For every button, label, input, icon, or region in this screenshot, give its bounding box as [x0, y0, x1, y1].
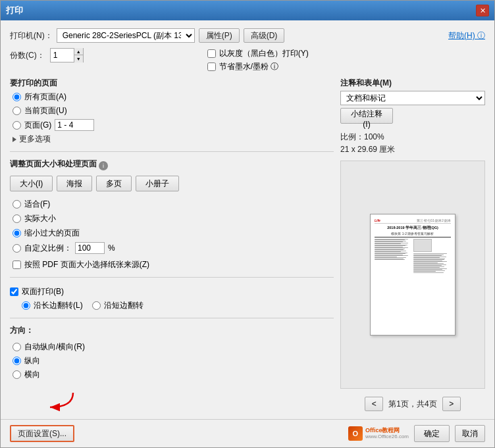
- cancel-button[interactable]: 取消: [455, 425, 485, 442]
- printer-select[interactable]: Generic 28C-2SeriesPCL (副本 13): [57, 28, 195, 43]
- all-pages-radio[interactable]: [13, 93, 21, 101]
- scale-info-icon[interactable]: i: [99, 161, 108, 170]
- pages-section-title: 要打印的页面: [10, 78, 334, 89]
- title-controls: ✕: [476, 5, 489, 16]
- page-range-label: 页面(G): [24, 120, 51, 131]
- summary-button[interactable]: 小结注释(I): [340, 108, 393, 124]
- page-info: 第1页，共4页: [388, 399, 436, 410]
- pdf-paper-checkbox[interactable]: [13, 261, 21, 269]
- annotation-select[interactable]: 文档和标记: [340, 91, 485, 105]
- copies-spinner: ▲ ▼: [74, 48, 83, 62]
- preview-header: Life 第三·初七G1·副本2·副本: [375, 218, 451, 224]
- preview-container: Life 第三·初七G1·副本2·副本 2018-2019 学年高三·物理(QG…: [340, 161, 485, 389]
- print-options-checks: 以灰度（黑白色）打印(Y) 节省墨水/墨粉 ⓘ: [207, 48, 309, 72]
- copies-decrement[interactable]: ▼: [74, 55, 83, 62]
- dialog-title: 打印: [6, 5, 23, 16]
- grayscale-row: 以灰度（黑白色）打印(Y): [207, 48, 309, 59]
- close-button[interactable]: ✕: [476, 5, 489, 16]
- office-url: www.Office26.com: [365, 434, 409, 440]
- custom-scale-radio[interactable]: [13, 244, 21, 253]
- grayscale-checkbox[interactable]: [207, 49, 216, 58]
- right-column: 注释和表单(M) 文档和标记 小结注释(I) 比例：100% 21 x 29.6…: [340, 78, 485, 411]
- pages-section: 要打印的页面 所有页面(A) 当前页面(U) 页面(G): [10, 78, 334, 145]
- scale-radio-group: 适合(F) 实际大小 缩小过大的页面 自定义比例：: [13, 199, 334, 270]
- poster-button[interactable]: 海报: [57, 176, 92, 191]
- office-text: Office教程网 www.Office26.com: [365, 428, 409, 440]
- size-label: 21 x 29.69 厘米: [340, 144, 485, 155]
- bottom-right: O Office教程网 www.Office26.com 确定 取消: [348, 425, 485, 442]
- preview-header-text: 第三·初七G1·副本2·副本: [417, 219, 451, 222]
- pdf-paper-row: 按照 PDF 页面大小选择纸张来源(Z): [13, 259, 334, 270]
- fit-label: 适合(F): [24, 199, 50, 210]
- shrink-radio[interactable]: [13, 229, 21, 237]
- ok-button[interactable]: 确定: [414, 425, 450, 442]
- actual-size-label: 实际大小: [24, 213, 56, 224]
- preview-divider: [375, 237, 451, 237]
- pages-radio-group: 所有页面(A) 当前页面(U) 页面(G): [13, 91, 334, 145]
- save-ink-row: 节省墨水/墨粉 ⓘ: [207, 61, 309, 72]
- custom-scale-label: 自定义比例：: [24, 243, 72, 254]
- bottom-bar: 页面设置(S)... O Office教程网 www.Office26.com …: [1, 419, 494, 447]
- separator-2: [10, 277, 334, 278]
- title-bar: 打印 ✕: [1, 1, 494, 20]
- all-pages-row: 所有页面(A): [13, 91, 334, 103]
- copies-input[interactable]: [51, 49, 74, 62]
- duplex-section: 双面打印(B) 沿长边翻转(L) 沿短边翻转: [10, 284, 334, 311]
- preview-col-right: [413, 239, 451, 332]
- actual-size-row: 实际大小: [13, 213, 334, 224]
- annotation-label: 注释和表单(M): [340, 78, 485, 89]
- prev-page-button[interactable]: <: [365, 397, 383, 411]
- auto-dir-radio[interactable]: [13, 343, 21, 351]
- pdf-paper-label: 按照 PDF 页面大小选择纸张来源(Z): [24, 259, 149, 270]
- left-column: 要打印的页面 所有页面(A) 当前页面(U) 页面(G): [10, 78, 334, 411]
- separator-3: [10, 318, 334, 318]
- direction-radio-group: 自动纵向/横向(R) 纵向 横向: [13, 341, 334, 380]
- preview-page: Life 第三·初七G1·副本2·副本 2018-2019 学年高三·物理(QG…: [370, 214, 456, 336]
- save-ink-checkbox[interactable]: [207, 62, 216, 71]
- long-edge-row: 沿长边翻转(L): [22, 300, 83, 311]
- preview-box: [413, 239, 432, 252]
- page-range-input[interactable]: [55, 119, 94, 131]
- printer-label: 打印机(N)：: [10, 30, 53, 41]
- page-range-radio[interactable]: [13, 121, 21, 130]
- more-options-label: 更多选项: [19, 134, 51, 145]
- more-options-triangle: [13, 137, 16, 142]
- shrink-row: 缩小过大的页面: [13, 228, 334, 239]
- copies-label: 份数(C)：: [10, 50, 45, 61]
- booklet-button[interactable]: 小册子: [136, 176, 179, 191]
- printer-field-group: 打印机(N)： Generic 28C-2SeriesPCL (副本 13) 属…: [10, 28, 284, 43]
- auto-dir-label: 自动纵向/横向(R): [24, 341, 85, 353]
- multipage-button[interactable]: 多页: [96, 176, 132, 191]
- shrink-label: 缩小过大的页面: [24, 228, 80, 239]
- current-page-radio[interactable]: [13, 107, 21, 115]
- ratio-label: 比例：100%: [340, 132, 485, 143]
- print-dialog: 打印 ✕ 打印机(N)： Generic 28C-2SeriesPCL (副本 …: [0, 0, 495, 448]
- scale-section: 调整页面大小和处理页面 i 大小(I) 海报 多页 小册子 适合(F): [10, 159, 334, 270]
- next-page-button[interactable]: >: [442, 397, 461, 411]
- help-link[interactable]: 帮助(H) ⓘ: [448, 30, 485, 41]
- custom-scale-unit: %: [108, 243, 115, 253]
- more-options-row[interactable]: 更多选项: [13, 134, 334, 145]
- preview-nav: < 第1页，共4页 >: [340, 397, 485, 411]
- page-setup-button[interactable]: 页面设置(S)...: [10, 425, 74, 442]
- custom-scale-input[interactable]: [75, 242, 105, 254]
- bottom-left: 页面设置(S)...: [10, 425, 74, 442]
- portrait-radio[interactable]: [13, 357, 21, 365]
- properties-button[interactable]: 属性(P): [199, 28, 240, 43]
- preview-logo: Life: [375, 218, 380, 222]
- main-area: 要打印的页面 所有页面(A) 当前页面(U) 页面(G): [10, 78, 485, 411]
- copies-checks-row: 份数(C)： ▲ ▼ 以灰度（黑白色）打印(Y) 节省墨水/墨粉 ⓘ: [10, 48, 485, 72]
- advanced-button[interactable]: 高级(D): [244, 28, 285, 43]
- save-ink-label: 节省墨水/墨粉 ⓘ: [219, 61, 279, 72]
- short-edge-radio[interactable]: [92, 301, 101, 310]
- fit-radio[interactable]: [13, 200, 21, 209]
- landscape-radio[interactable]: [13, 370, 21, 379]
- actual-size-radio[interactable]: [13, 214, 21, 223]
- dialog-content: 打印机(N)： Generic 28C-2SeriesPCL (副本 13) 属…: [1, 20, 494, 419]
- current-page-row: 当前页面(U): [13, 105, 334, 116]
- duplex-checkbox[interactable]: [10, 287, 18, 296]
- copies-increment[interactable]: ▲: [74, 48, 83, 55]
- long-edge-radio[interactable]: [22, 301, 30, 310]
- size-button[interactable]: 大小(I): [10, 176, 53, 191]
- red-arrow-svg: [40, 387, 80, 414]
